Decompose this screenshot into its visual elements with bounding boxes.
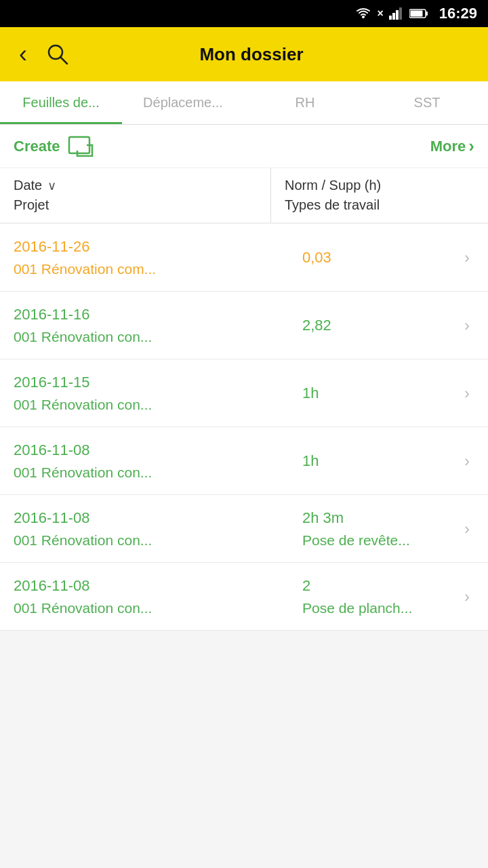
row-right-4: 2h 3m Pose de revête... › xyxy=(291,495,488,562)
create-label: Create xyxy=(14,138,60,155)
row-right-inner-4: 2h 3m Pose de revête... › xyxy=(302,509,477,549)
search-icon[interactable] xyxy=(46,43,69,66)
row-project-1: 001 Rénovation con... xyxy=(14,329,278,345)
row-chevron-5: › xyxy=(457,577,477,616)
battery-icon xyxy=(409,8,428,19)
svg-rect-2 xyxy=(392,13,395,20)
row-right-inner-5: 2 Pose de planch... › xyxy=(302,577,477,616)
row-chevron-2: › xyxy=(457,384,477,403)
row-date-3: 2016-11-08 xyxy=(14,441,278,459)
list-item[interactable]: 2016-11-26 001 Rénovation com... 0,03 › xyxy=(0,224,488,292)
status-bar: × 16:29 xyxy=(0,0,488,27)
row-chevron-0: › xyxy=(457,248,477,267)
row-project-2: 001 Rénovation con... xyxy=(14,397,278,413)
type-col-header: Types de travail xyxy=(285,197,474,213)
row-right-5: 2 Pose de planch... › xyxy=(291,563,488,630)
row-content-right-5: 2 Pose de planch... xyxy=(302,577,457,616)
row-project-0: 001 Rénovation com... xyxy=(14,261,278,277)
records-list: 2016-11-26 001 Rénovation com... 0,03 › … xyxy=(0,224,488,631)
svg-rect-4 xyxy=(399,7,402,20)
row-left-4: 2016-11-08 001 Rénovation con... xyxy=(0,495,291,562)
row-date-5: 2016-11-08 xyxy=(14,577,278,595)
tab-deplacements[interactable]: Déplaceme... xyxy=(122,81,244,124)
more-chevron: › xyxy=(468,136,474,157)
row-project-4: 001 Rénovation con... xyxy=(14,532,278,549)
row-left-1: 2016-11-16 001 Rénovation con... xyxy=(0,292,291,359)
list-item[interactable]: 2016-11-08 001 Rénovation con... 2 Pose … xyxy=(0,563,488,631)
tab-rh[interactable]: RH xyxy=(244,81,366,124)
row-date-2: 2016-11-15 xyxy=(14,374,278,391)
row-chevron-1: › xyxy=(457,316,477,335)
hours-col-header: Norm / Supp (h) xyxy=(285,178,474,193)
list-item[interactable]: 2016-11-15 001 Rénovation con... 1h › xyxy=(0,359,488,427)
row-content-right-0: 0,03 xyxy=(302,248,457,267)
list-item[interactable]: 2016-11-16 001 Rénovation con... 2,82 › xyxy=(0,292,488,359)
list-item[interactable]: 2016-11-08 001 Rénovation con... 2h 3m P… xyxy=(0,495,488,563)
row-right-inner-2: 1h › xyxy=(302,384,477,403)
row-content-right-4: 2h 3m Pose de revête... xyxy=(302,509,457,549)
row-right-0: 0,03 › xyxy=(291,224,488,291)
svg-line-9 xyxy=(60,57,67,64)
row-right-2: 1h › xyxy=(291,359,488,427)
more-button[interactable]: More › xyxy=(430,136,474,157)
row-hours-4: 2h 3m xyxy=(302,509,457,527)
row-hours-2: 1h xyxy=(302,384,457,402)
svg-rect-7 xyxy=(410,11,422,17)
row-right-inner-1: 2,82 › xyxy=(302,316,477,335)
row-left-3: 2016-11-08 001 Rénovation con... xyxy=(0,427,291,494)
svg-point-0 xyxy=(362,16,365,18)
tab-feuilles[interactable]: Feuilles de... xyxy=(0,81,122,124)
row-right-inner-3: 1h › xyxy=(302,452,477,471)
svg-rect-10 xyxy=(69,137,89,153)
list-item[interactable]: 2016-11-08 001 Rénovation con... 1h › xyxy=(0,427,488,495)
row-content-right-1: 2,82 xyxy=(302,316,457,335)
row-date-4: 2016-11-08 xyxy=(14,509,278,527)
row-hours-1: 2,82 xyxy=(302,317,457,334)
row-right-3: 1h › xyxy=(291,427,488,494)
wifi-icon xyxy=(355,7,371,20)
toolbar: ‹ Mon dossier xyxy=(0,27,488,81)
back-button[interactable]: ‹ xyxy=(14,37,33,71)
svg-rect-6 xyxy=(426,12,428,16)
col-right-header: Norm / Supp (h) Types de travail xyxy=(271,168,488,222)
row-type-5: Pose de planch... xyxy=(302,600,457,616)
sort-arrow-icon[interactable]: ∨ xyxy=(47,178,56,193)
signal-icon xyxy=(389,7,404,20)
row-content-right-2: 1h xyxy=(302,384,457,403)
row-hours-0: 0,03 xyxy=(302,249,457,267)
row-project-3: 001 Rénovation con... xyxy=(14,465,278,481)
svg-rect-3 xyxy=(396,10,399,20)
status-icons: × 16:29 xyxy=(355,5,477,22)
status-time: 16:29 xyxy=(439,5,477,22)
page-title: Mon dossier xyxy=(83,44,420,65)
more-label: More xyxy=(430,138,466,155)
col-left-header: Date ∨ Projet xyxy=(0,168,270,222)
tabs-bar: Feuilles de... Déplaceme... RH SST xyxy=(0,81,488,125)
row-left-5: 2016-11-08 001 Rénovation con... xyxy=(0,563,291,630)
row-chevron-3: › xyxy=(457,452,477,471)
row-date-0: 2016-11-26 xyxy=(14,238,278,256)
column-headers: Date ∨ Projet Norm / Supp (h) Types de t… xyxy=(0,168,488,224)
row-content-right-3: 1h xyxy=(302,452,457,471)
project-col-header: Projet xyxy=(14,197,257,213)
row-left-2: 2016-11-15 001 Rénovation con... xyxy=(0,359,291,427)
create-button[interactable]: Create xyxy=(14,136,95,157)
date-col-header: Date xyxy=(14,178,42,193)
row-hours-3: 1h xyxy=(302,452,457,470)
row-type-4: Pose de revête... xyxy=(302,532,457,549)
row-right-inner-0: 0,03 › xyxy=(302,248,477,267)
row-right-1: 2,82 › xyxy=(291,292,488,359)
tab-sst[interactable]: SST xyxy=(366,81,488,124)
row-chevron-4: › xyxy=(457,509,477,549)
row-left-0: 2016-11-26 001 Rénovation com... xyxy=(0,224,291,291)
x-mark: × xyxy=(377,7,383,20)
row-hours-5: 2 xyxy=(302,577,457,595)
actions-row: Create More › xyxy=(0,125,488,168)
row-date-1: 2016-11-16 xyxy=(14,306,278,323)
create-icon xyxy=(68,136,95,157)
svg-rect-1 xyxy=(389,16,392,20)
row-project-5: 001 Rénovation con... xyxy=(14,600,278,616)
